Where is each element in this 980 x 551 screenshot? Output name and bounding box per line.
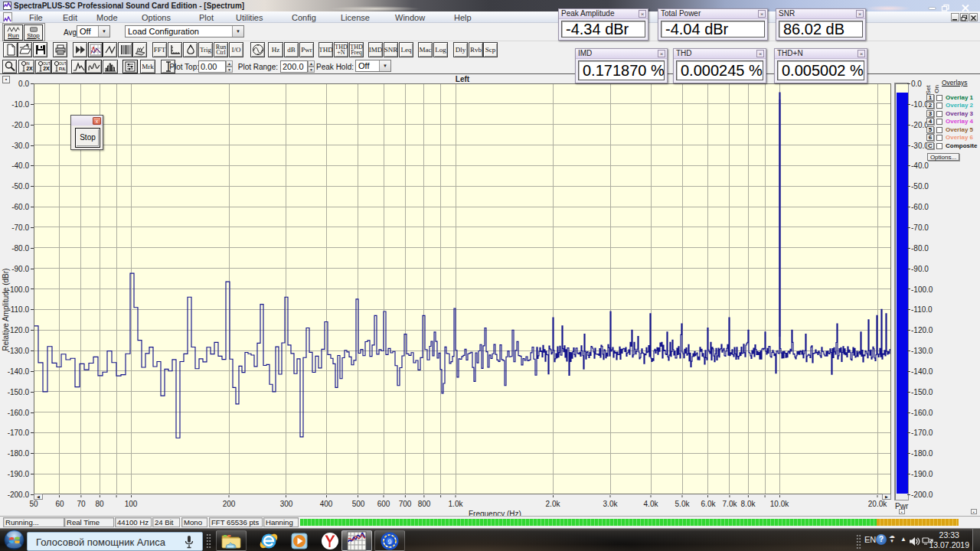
- svg-text:2X: 2X: [43, 66, 50, 71]
- svg-text:9: 9: [387, 537, 391, 545]
- svg-text:OUT: OUT: [59, 62, 66, 66]
- svg-text:FULL: FULL: [59, 67, 66, 71]
- svg-text:2X: 2X: [26, 66, 33, 71]
